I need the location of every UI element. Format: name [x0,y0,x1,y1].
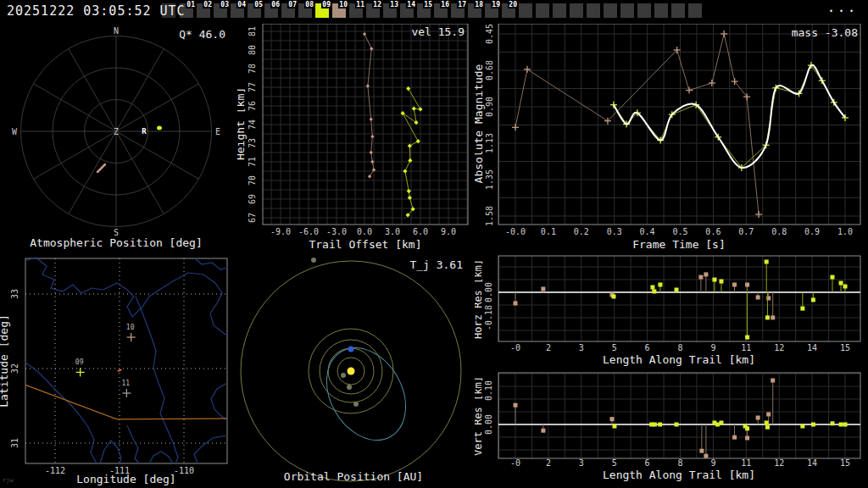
svg-text:31: 31 [10,438,19,448]
svg-text:15: 15 [840,458,850,468]
svg-text:E: E [215,127,220,136]
svg-text:3: 3 [579,343,584,352]
svg-text:0.90: 0.90 [485,97,494,117]
svg-text:Longitude [deg]: Longitude [deg] [76,473,175,485]
svg-text:Q* 46.0: Q* 46.0 [179,28,225,41]
svg-text:Absolute Magnitude: Absolute Magnitude [475,64,485,183]
svg-text:Z: Z [114,127,119,136]
horizontal-residuals-panel: -0235689111214150.00-0.18Horz Res [km]Le… [475,254,868,369]
svg-text:76: 76 [248,101,257,111]
svg-text:-0: -0 [510,458,520,468]
svg-text:-9.0: -9.0 [270,227,291,236]
svg-text:5: 5 [612,343,617,352]
svg-text:1.0: 1.0 [837,227,853,236]
dashboard: NSWEZRQ* 46.0Atmospheric Position [deg] … [0,0,868,488]
svg-text:0.3: 0.3 [607,227,622,236]
svg-text:09: 09 [75,358,84,366]
svg-text:67: 67 [248,213,257,223]
svg-text:1.13: 1.13 [485,133,494,153]
app-root: 0102030405060708091011121314151617181920… [0,0,868,488]
svg-text:Length Along Trail [km]: Length Along Trail [km] [603,353,755,366]
watermark: rjw [3,477,14,484]
svg-text:12: 12 [774,343,784,352]
svg-text:-0.0: -0.0 [505,227,526,236]
svg-text:11: 11 [741,343,751,352]
svg-text:T_j 3.61: T_j 3.61 [409,258,463,271]
svg-text:-0: -0 [510,343,520,352]
svg-text:74: 74 [248,119,257,130]
svg-text:vel 15.9: vel 15.9 [411,25,465,38]
svg-text:14: 14 [807,458,817,468]
svg-text:0.1: 0.1 [541,227,556,236]
svg-text:12: 12 [774,458,784,468]
atmospheric-position-panel: NSWEZRQ* 46.0Atmospheric Position [deg] [0,24,237,254]
svg-text:73: 73 [248,138,257,148]
svg-text:69: 69 [248,194,257,204]
svg-text:-3.0: -3.0 [326,227,347,236]
svg-text:71: 71 [248,157,257,167]
svg-text:W: W [12,127,18,136]
svg-text:0.4: 0.4 [640,227,655,236]
svg-text:11: 11 [122,380,131,387]
svg-text:0.68: 0.68 [485,60,494,80]
svg-text:Height [km]: Height [km] [237,87,247,160]
svg-text:11: 11 [741,458,751,468]
svg-text:Atmospheric Position [deg]: Atmospheric Position [deg] [30,236,203,249]
light-curve-panel: -0.00.10.20.30.40.50.60.70.80.91.00.450.… [475,24,868,254]
svg-text:9: 9 [710,458,715,468]
ground-track-map: 091011-112-111-110333231Latitude [deg]Lo… [0,254,237,488]
height-profile-chart: -9.0-6.0-3.00.03.06.09.08180787776747371… [237,24,475,254]
svg-text:mass -3.08: mass -3.08 [792,26,858,39]
svg-text:81: 81 [248,26,257,36]
light-curve-chart: -0.00.10.20.30.40.50.60.70.80.91.00.450.… [475,24,868,254]
svg-text:9: 9 [710,343,715,352]
svg-text:32: 32 [10,363,19,374]
orbital-position-panel: T_j 3.61Orbital Position [AU] [237,254,475,488]
svg-text:9.0: 9.0 [441,227,456,236]
svg-text:10: 10 [126,324,135,331]
svg-text:Length Along Trail [km]: Length Along Trail [km] [603,469,755,481]
svg-text:6.0: 6.0 [413,227,428,236]
horizontal-residuals-chart: -0235689111214150.00-0.18Horz Res [km]Le… [475,254,868,369]
svg-text:0.7: 0.7 [738,227,754,236]
svg-text:0.00: 0.00 [484,414,493,435]
svg-text:15: 15 [840,343,850,352]
atmospheric-position-chart: NSWEZRQ* 46.0Atmospheric Position [deg] [0,24,237,254]
height-profile-panel: -9.0-6.0-3.00.03.06.09.08180787776747371… [237,24,475,254]
svg-text:Orbital Position [AU]: Orbital Position [AU] [284,470,423,483]
svg-text:1.58: 1.58 [485,206,494,226]
svg-text:0.9: 0.9 [804,227,820,236]
svg-text:R: R [142,127,147,136]
svg-text:N: N [114,26,119,36]
svg-text:6: 6 [645,458,650,468]
svg-text:-112: -112 [45,466,65,475]
svg-text:2: 2 [546,343,551,352]
svg-text:-6.0: -6.0 [298,227,319,236]
svg-text:0.00: 0.00 [484,282,493,302]
orbital-position-chart: T_j 3.61Orbital Position [AU] [237,254,475,488]
svg-text:5: 5 [612,458,617,468]
svg-text:-0.18: -0.18 [484,305,493,330]
svg-text:78: 78 [248,64,257,74]
svg-text:0.5: 0.5 [672,227,687,236]
svg-text:1.35: 1.35 [485,169,494,190]
svg-text:0.0: 0.0 [357,227,372,236]
svg-text:2: 2 [546,458,551,468]
svg-text:0.6: 0.6 [705,227,721,236]
vertical-residuals-panel: -0235689111214150.100.00Vert Res [km]Len… [475,371,868,488]
svg-text:Vert Res [km]: Vert Res [km] [475,376,484,456]
svg-text:Latitude [deg]: Latitude [deg] [0,314,10,408]
svg-text:0.2: 0.2 [574,227,589,236]
svg-text:8: 8 [677,458,682,468]
svg-text:-110: -110 [174,466,194,475]
svg-text:70: 70 [248,175,257,186]
svg-text:0.10: 0.10 [484,380,493,401]
vertical-residuals-chart: -0235689111214150.100.00Vert Res [km]Len… [475,371,868,488]
svg-text:80: 80 [248,45,257,55]
svg-text:3: 3 [579,458,584,468]
svg-text:3.0: 3.0 [385,227,400,236]
svg-text:6: 6 [645,343,650,352]
svg-text:14: 14 [807,343,817,352]
svg-text:Trail Offset [km]: Trail Offset [km] [309,238,421,251]
svg-text:Horz Res [km]: Horz Res [km] [475,259,484,339]
